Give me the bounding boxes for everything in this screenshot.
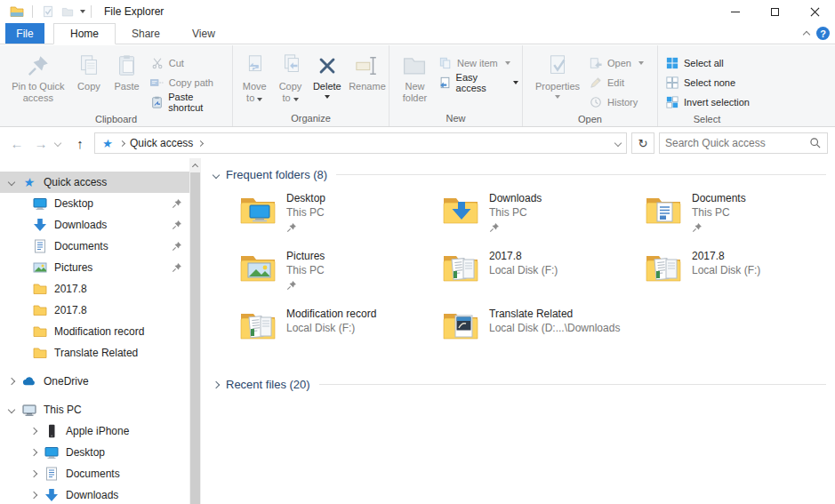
chevron-down-icon[interactable]: [8, 179, 15, 186]
folder-tile-pictures[interactable]: Pictures This PC: [238, 250, 441, 308]
properties-button[interactable]: Properties: [530, 47, 585, 112]
scrollbar-thumb[interactable]: [190, 172, 200, 504]
documents-icon: [33, 239, 47, 253]
close-button[interactable]: [795, 0, 835, 23]
sidebar-item-pictures[interactable]: Pictures: [0, 257, 189, 278]
help-icon[interactable]: ?: [816, 27, 830, 40]
divider: [336, 174, 826, 175]
refresh-button[interactable]: ↻: [631, 132, 654, 154]
tab-file[interactable]: File: [5, 23, 44, 44]
folder-icon: [33, 324, 47, 339]
delete-button[interactable]: Delete: [309, 47, 346, 111]
folder-with-photo-icon: [441, 308, 480, 341]
navigation-bar: ← → ↑ ★ Quick access ↻: [0, 128, 835, 158]
folder-tile-downloads[interactable]: Downloads This PC: [441, 192, 644, 250]
folder-tile-translate-related[interactable]: Translate Related Local Disk (D:...\Down…: [441, 308, 644, 365]
sidebar-scrollbar[interactable]: [189, 158, 201, 504]
minimize-button[interactable]: [715, 0, 755, 23]
edit-button[interactable]: Edit: [585, 73, 647, 92]
chevron-right-icon[interactable]: [30, 449, 37, 456]
sidebar-item-downloads-pc[interactable]: Downloads: [0, 484, 189, 504]
close-icon: [810, 7, 820, 17]
sidebar-item-2017-8[interactable]: 2017.8: [0, 278, 189, 300]
forward-icon[interactable]: →: [31, 136, 51, 151]
downloads-icon: [33, 218, 47, 232]
recent-locations-caret-icon[interactable]: [54, 140, 61, 147]
tab-home[interactable]: Home: [53, 23, 116, 44]
sidebar-item-modification-record[interactable]: Modification record: [0, 321, 189, 342]
section-frequent-folders[interactable]: Frequent folders (8): [210, 168, 835, 181]
chevron-right-icon[interactable]: [8, 378, 15, 385]
move-to-button[interactable]: Move to: [237, 47, 272, 111]
qat-customize-caret-icon[interactable]: [80, 10, 85, 13]
paste-button[interactable]: Paste: [107, 47, 147, 112]
sidebar-item-translate-related[interactable]: Translate Related: [0, 342, 189, 364]
copy-to-button[interactable]: Copy to: [272, 47, 308, 111]
sidebar-item-documents-pc[interactable]: Documents: [0, 463, 189, 484]
maximize-button[interactable]: [755, 0, 795, 23]
sidebar-item-documents[interactable]: Documents: [0, 236, 189, 257]
scroll-up-button[interactable]: [189, 158, 201, 172]
sidebar-item-this-pc[interactable]: This PC: [0, 399, 189, 420]
select-none-button[interactable]: Select none: [662, 73, 753, 92]
chevron-right-icon[interactable]: [213, 380, 220, 388]
pin-icon: [286, 280, 297, 291]
copy-button[interactable]: Copy: [71, 47, 108, 112]
history-clock-icon: [589, 95, 603, 109]
folder-tile-2017-8[interactable]: 2017.8 Local Disk (F:): [441, 250, 644, 308]
sidebar-item-apple-iphone[interactable]: Apple iPhone: [0, 420, 189, 442]
paste-shortcut-button[interactable]: Paste shortcut: [147, 92, 232, 112]
new-folder-icon: [402, 51, 427, 81]
breadcrumb-root[interactable]: Quick access: [130, 137, 193, 149]
pictures-icon: [33, 260, 47, 275]
sidebar-item-downloads[interactable]: Downloads: [0, 214, 189, 236]
sidebar-item-desktop-pc[interactable]: Desktop: [0, 442, 189, 463]
breadcrumb-chevron-icon[interactable]: [119, 140, 125, 146]
back-icon[interactable]: ←: [7, 136, 27, 151]
folder-with-files-icon: [441, 250, 480, 284]
pin-to-quick-access-button[interactable]: Pin to Quick access: [5, 47, 71, 112]
chevron-right-icon[interactable]: [30, 492, 37, 499]
up-icon[interactable]: ↑: [70, 136, 90, 151]
sidebar-item-desktop[interactable]: Desktop: [0, 193, 189, 214]
app-folder-icon: [9, 4, 25, 20]
chevron-down-icon[interactable]: [8, 406, 15, 413]
qat-new-folder-icon[interactable]: [60, 4, 76, 20]
cut-button[interactable]: Cut: [147, 53, 232, 73]
tab-view[interactable]: View: [176, 23, 231, 44]
delete-x-icon: [316, 51, 339, 81]
ribbon-group-organize: Move to Copy to Delete: [233, 45, 389, 126]
qat-properties-icon[interactable]: [40, 4, 56, 20]
copy-path-button[interactable]: Copy path: [147, 73, 232, 92]
folder-with-files-icon: [644, 250, 683, 284]
rename-button[interactable]: Rename: [346, 47, 389, 111]
new-item-button[interactable]: New item: [435, 53, 522, 73]
breadcrumb-chevron-icon[interactable]: [197, 140, 204, 146]
minimize-ribbon-icon[interactable]: [803, 31, 810, 38]
chevron-right-icon[interactable]: [30, 470, 37, 477]
folder-icon: [33, 346, 47, 360]
sidebar-item-quick-access[interactable]: ★ Quick access: [0, 172, 189, 193]
address-bar[interactable]: ★ Quick access: [94, 132, 627, 154]
folder-tile-2017-8[interactable]: 2017.8 Local Disk (F:): [644, 250, 835, 308]
sidebar-item-2017-8[interactable]: 2017.8: [0, 300, 189, 321]
open-button[interactable]: Open: [585, 53, 647, 73]
folder-tile-modification-record[interactable]: Modification record Local Disk (F:): [238, 308, 441, 365]
folder-tile-desktop[interactable]: Desktop This PC: [238, 192, 441, 250]
tab-share[interactable]: Share: [116, 23, 176, 44]
search-icon[interactable]: [809, 137, 822, 149]
search-box[interactable]: [659, 132, 828, 154]
sidebar-item-onedrive[interactable]: OneDrive: [0, 371, 189, 392]
section-recent-files[interactable]: Recent files (20): [210, 378, 835, 391]
select-all-button[interactable]: Select all: [662, 53, 753, 73]
chevron-down-icon[interactable]: [213, 171, 220, 178]
new-folder-button[interactable]: New folder: [395, 47, 435, 111]
history-button[interactable]: History: [585, 92, 647, 112]
chevron-right-icon[interactable]: [30, 428, 37, 435]
folder-tile-documents[interactable]: Documents This PC: [644, 192, 835, 250]
folder-icon: [33, 303, 47, 317]
easy-access-button[interactable]: Easy access: [435, 73, 522, 92]
invert-selection-button[interactable]: Invert selection: [662, 92, 753, 112]
address-dropdown-icon[interactable]: [614, 140, 622, 147]
search-input[interactable]: [665, 137, 809, 149]
